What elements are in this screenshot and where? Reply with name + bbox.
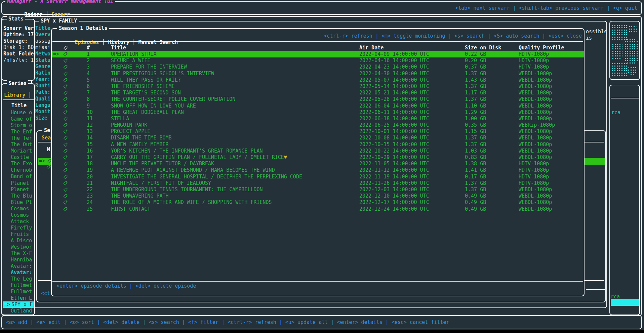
series-item[interactable]: Fullmet (2, 282, 34, 289)
series-panel-title: Series (7, 80, 28, 87)
episode-row[interactable]: 11STELLA2022-06-18 14:00:00 UTC1.00 GBWE… (52, 116, 584, 122)
episode-title: THE PRESTIGIOUS SCHOOL'S INTERVIEW (111, 71, 214, 77)
series-item[interactable]: Cosmos (2, 212, 34, 218)
episode-size: 1.00 GB (465, 116, 486, 122)
series-item[interactable]: Band of (2, 173, 34, 180)
episode-title: THE TARGET'S SECOND SON (111, 90, 181, 96)
episode-row[interactable]: 25FIRST CONTACT2022-12-24 14:00:00 UTC0.… (52, 206, 584, 212)
tab-radarr[interactable]: Radarr (24, 11, 42, 17)
episode-number: 21 (87, 180, 93, 186)
series-item[interactable]: Attack (2, 218, 34, 225)
series-item[interactable]: Hanniba (2, 257, 34, 263)
series-item[interactable]: The Ter (2, 135, 34, 141)
episode-row[interactable]: 23THE UNWAVERING PATH2022-12-10 14:00:00… (52, 193, 584, 199)
series-item[interactable]: The Exo (2, 161, 34, 167)
episode-row[interactable]: 6THE FRIENDSHIP SCHEME2022-05-14 14:00:0… (52, 83, 584, 90)
episode-size: 1.17 GB (465, 90, 486, 96)
episode-number: 24 (87, 199, 93, 206)
tag-icon (63, 84, 68, 90)
seasons-tab[interactable]: Sea (42, 135, 51, 141)
series-item[interactable]: Blue Pl (2, 199, 34, 206)
episode-row[interactable]: 20INVESTIGATE THE GENERAL HOSPITAL / DEC… (52, 174, 584, 180)
series-item[interactable]: Castle (2, 154, 34, 161)
series-list: House oGame ofStorm oThe EnfThe TerThe O… (2, 110, 34, 315)
series-item[interactable]: Fruits (2, 231, 34, 238)
series-detail-field-label: Title (35, 25, 51, 32)
episode-number: 9 (87, 103, 90, 109)
episode-air-date: 2022-10-22 14:00:00 UTC (359, 148, 429, 154)
episode-quality: WEBDL-1080p (519, 141, 552, 148)
episode-row[interactable]: 3PREPARE FOR THE INTERVIEW2022-04-23 14:… (52, 64, 584, 70)
episode-row[interactable]: 15A NEW FAMILY MEMBER2022-10-15 14:00:00… (52, 141, 584, 148)
episode-row[interactable]: 4THE PRESTIGIOUS SCHOOL'S INTERVIEW2022-… (52, 71, 584, 77)
episode-row[interactable]: 21NIGHTFALL / FIRST FIT OF JEALOUSY2022-… (52, 180, 584, 186)
series-item[interactable]: The X-F (2, 250, 34, 257)
episode-row[interactable]: 12PENGUIN PARK2022-06-25 14:00:00 UTC0.3… (52, 122, 584, 128)
tag-icon (63, 187, 68, 194)
series-item[interactable]: The Leg (2, 276, 34, 282)
series-item[interactable]: Avatar: (2, 269, 34, 276)
library-tab[interactable]: Library │ (4, 92, 31, 98)
episode-air-date: 2022-04-16 14:00:00 UTC (359, 57, 429, 64)
series-item[interactable]: A Disco (2, 238, 34, 244)
episode-row[interactable]: 2SECURE A WIFE2022-04-16 14:00:00 UTC0.2… (52, 57, 584, 64)
episode-air-date: 2022-12-24 14:00:00 UTC (359, 206, 429, 212)
episode-size: 0.20 GB (465, 57, 486, 64)
series-detail-field-label: Netwo (35, 51, 51, 57)
tag-icon (63, 129, 68, 135)
episode-air-date: 2022-05-28 14:00:00 UTC (359, 96, 429, 102)
episode-row[interactable]: 18UNCLE THE PRIVATE TUTOR / DAYBREAK2022… (52, 161, 584, 167)
episode-row[interactable]: 8THE COUNTER-SECRET POLICE COVER OPERATI… (52, 96, 584, 102)
underlay-network-text: rca (611, 110, 620, 116)
episode-row[interactable]: 7THE TARGET'S SECOND SON2022-05-21 14:00… (52, 90, 584, 96)
episode-row[interactable]: =>1OPERATION STRIX2022-04-09 14:00:00 UT… (52, 51, 584, 57)
series-item[interactable]: The Out (2, 141, 34, 148)
series-detail-field-label: Ratin (35, 70, 51, 76)
series-item[interactable]: The Blu (2, 193, 34, 199)
episode-number: 6 (87, 83, 90, 90)
series-item[interactable]: Firefly (2, 225, 34, 231)
episode-row[interactable]: 22THE UNDERGROUND TENNIS TOURNAMENT: THE… (52, 186, 584, 193)
tag-icon (63, 168, 68, 174)
episode-air-date: 2022-11-12 14:00:00 UTC (359, 167, 429, 173)
series-item[interactable]: Chernob (2, 167, 34, 173)
series-item[interactable]: The Enf (2, 129, 34, 135)
episode-row[interactable]: 9SHOW OFF HOW IN LOVE YOU ARE2022-06-04 … (52, 103, 584, 109)
series-item[interactable]: Outland (2, 308, 34, 314)
episode-air-date: 2022-10-01 14:00:00 UTC (359, 128, 429, 135)
episode-number: 22 (87, 186, 93, 193)
episode-row[interactable]: 14DISARM THE TIME BOMB2022-10-08 14:00:0… (52, 135, 584, 141)
episode-title: OPERATION STRIX (111, 51, 156, 57)
episode-air-date: 2022-06-25 14:00:00 UTC (359, 122, 429, 128)
series-item[interactable]: Moriart (2, 148, 34, 154)
tag-icon (63, 90, 68, 97)
series-item[interactable]: Storm o (2, 122, 34, 129)
tab-sonarr[interactable]: Sonarr (51, 11, 70, 17)
episode-air-date: 2022-06-18 14:00:00 UTC (359, 116, 429, 122)
series-item[interactable]: Westwor (2, 244, 34, 250)
episode-number: 13 (87, 128, 93, 135)
series-item[interactable]: House o (2, 110, 34, 116)
series-item[interactable]: Planet (2, 180, 34, 186)
episode-quality: HDTV-1080p (519, 51, 549, 57)
episode-row[interactable]: 17CARRY OUT THE GRIFFIN PLAN / FULLMETAL… (52, 154, 584, 161)
episode-row[interactable]: 16YOR'S KITCHEN / THE INFORMANT'S GREAT … (52, 148, 584, 154)
series-item[interactable]: Elfen L (2, 295, 34, 301)
episode-quality: WEBDL-1080p (519, 96, 552, 102)
episode-title: INVESTIGATE THE GENERAL HOSPITAL / DECIP… (111, 174, 302, 180)
series-item[interactable]: Game of (2, 116, 34, 122)
series-item[interactable]: Planet (2, 186, 34, 193)
series-item[interactable]: =>SPY x F (3, 301, 34, 308)
stats-row: Root Folde (3, 51, 34, 57)
episode-row[interactable]: 19A REVENGE PLOT AGAINST DESMOND / MAMA … (52, 167, 584, 173)
tag-icon (63, 103, 68, 110)
series-item[interactable]: Cosmos (2, 206, 34, 212)
episode-row[interactable]: 24THE ROLE OF A MOTHER AND WIFE / SHOPPI… (52, 199, 584, 206)
episode-row[interactable]: 13PROJECT APPLE2022-10-01 14:00:00 UTC1.… (52, 128, 584, 135)
episode-title: THE ROLE OF A MOTHER AND WIFE / SHOPPING… (111, 199, 272, 206)
series-item[interactable]: Avatar: (2, 263, 34, 269)
episode-row[interactable]: 5WILL THEY PASS OR FAIL?2022-05-07 14:00… (52, 77, 584, 83)
tag-icon (63, 142, 68, 149)
series-item[interactable]: Fullmet (2, 289, 34, 295)
episode-row[interactable]: 10THE GREAT DODGEBALL PLAN2022-06-11 14:… (52, 109, 584, 116)
